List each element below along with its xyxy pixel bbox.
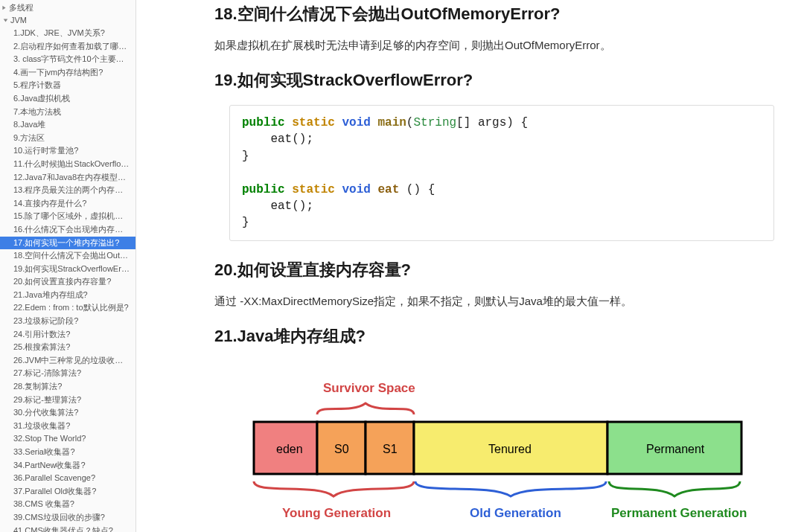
code-block: public static void main(String[] args) {…: [229, 105, 774, 241]
sidebar-item[interactable]: 39.CMS垃圾回收的步骤?: [0, 511, 135, 525]
sidebar-item[interactable]: 37.Parallel Old收集器?: [0, 485, 135, 499]
perm-brace: [609, 481, 740, 496]
survivor-label: Survivor Space: [323, 381, 415, 395]
sidebar-nav: 1.JDK、JRE、JVM关系?2.启动程序如何查看加载了哪些类，以…3. cl…: [0, 27, 135, 532]
sidebar-item[interactable]: 30.分代收集算法?: [0, 406, 135, 420]
sidebar: 多线程JVM 1.JDK、JRE、JVM关系?2.启动程序如何查看加载了哪些类，…: [0, 0, 136, 532]
sidebar-item[interactable]: 12.Java7和Java8在内存模型上有什么…: [0, 171, 135, 185]
sidebar-item[interactable]: 1.JDK、JRE、JVM关系?: [0, 27, 135, 40]
eden-label: eden: [276, 443, 303, 455]
heading-20: 20.如何设置直接内存容量?: [214, 259, 789, 281]
survivor-brace: [317, 403, 414, 414]
sidebar-item[interactable]: 22.Edem : from : to默认比例是?: [0, 301, 135, 315]
main-content: 18.空间什么情况下会抛出OutOfMemoryError? 如果虚拟机在扩展栈…: [136, 0, 804, 532]
sidebar-item[interactable]: 27.标记-清除算法?: [0, 367, 135, 380]
svg-marker-1: [4, 19, 8, 22]
sidebar-item[interactable]: 28.复制算法?: [0, 380, 135, 394]
heap-diagram: eden S0 S1 Tenured Permanent Survivor Sp…: [243, 370, 789, 532]
sidebar-item[interactable]: 11.什么时候抛出StackOverflowError?: [0, 158, 135, 171]
sidebar-item[interactable]: 4.画一下jvm内存结构图?: [0, 66, 135, 80]
sidebar-item[interactable]: 33.Serial收集器?: [0, 446, 135, 459]
old-brace: [415, 481, 606, 496]
heading-18: 18.空间什么情况下会抛出OutOfMemoryError?: [214, 3, 789, 25]
sidebar-item[interactable]: 18.空间什么情况下会抛出OutOfMemor…: [0, 249, 135, 263]
sidebar-item[interactable]: 3. class字节码文件10个主要组成部分?: [0, 53, 135, 66]
sidebar-item[interactable]: 5.程序计数器: [0, 79, 135, 92]
sidebar-item[interactable]: 15.除了哪个区域外，虚拟机内存其他…: [0, 210, 135, 223]
sidebar-item[interactable]: 19.如何实现StrackOverflowError?: [0, 263, 135, 276]
paragraph-18: 如果虚拟机在扩展栈时无法申请到足够的内存空间，则抛出OutOfMemoryErr…: [214, 39, 789, 53]
permanent-label: Permanent: [646, 443, 705, 455]
sidebar-item[interactable]: 41.CMS收集器优点？缺点?: [0, 525, 135, 532]
young-brace: [254, 481, 414, 496]
sidebar-item[interactable]: 17.如何实现一个堆内存溢出?: [0, 237, 135, 250]
chevron-down-icon: [3, 18, 10, 23]
sidebar-item[interactable]: 2.启动程序如何查看加载了哪些类，以…: [0, 40, 135, 54]
sidebar-item[interactable]: 36.Parallel Scavenge?: [0, 472, 135, 485]
heading-21: 21.Java堆内存组成?: [214, 325, 789, 347]
sidebar-item[interactable]: 38.CMS 收集器?: [0, 498, 135, 511]
s1-label: S1: [383, 443, 398, 455]
sidebar-item[interactable]: 20.如何设置直接内存容量?: [0, 275, 135, 289]
sidebar-item[interactable]: 25.根搜索算法?: [0, 341, 135, 354]
sidebar-item[interactable]: 16.什么情况下会出现堆内存溢出?: [0, 223, 135, 237]
heap-svg: eden S0 S1 Tenured Permanent Survivor Sp…: [243, 370, 749, 532]
sidebar-item[interactable]: 8.Java堆: [0, 118, 135, 132]
sidebar-item[interactable]: 13.程序员最关注的两个内存区域?: [0, 184, 135, 197]
sidebar-item[interactable]: 34.PartNew收集器?: [0, 459, 135, 472]
sidebar-item[interactable]: 7.本地方法栈: [0, 106, 135, 119]
tree-node[interactable]: 多线程: [1, 1, 134, 14]
sidebar-item[interactable]: 24.引用计数法?: [0, 328, 135, 342]
perm-label: Permanent Generation: [611, 506, 747, 520]
sidebar-item[interactable]: 14.直接内存是什么?: [0, 197, 135, 211]
chevron-right-icon: [1, 5, 9, 10]
sidebar-item[interactable]: 6.Java虚拟机栈: [0, 92, 135, 106]
sidebar-item[interactable]: 32.Stop The World?: [0, 432, 135, 446]
young-label: Young Generation: [282, 506, 391, 520]
tree-node-label: JVM: [10, 14, 27, 27]
sidebar-item[interactable]: 26.JVM中三种常见的垃圾收集算法?: [0, 354, 135, 368]
sidebar-item[interactable]: 10.运行时常量池?: [0, 144, 135, 158]
tree-node[interactable]: JVM: [1, 14, 134, 27]
tenured-label: Tenured: [488, 443, 532, 455]
s0-label: S0: [334, 443, 349, 455]
paragraph-20: 通过 -XX:MaxDirectMemorySize指定，如果不指定，则默认与J…: [214, 295, 789, 309]
sidebar-item[interactable]: 9.方法区: [0, 132, 135, 145]
heading-19: 19.如何实现StrackOverflowError?: [214, 69, 789, 92]
svg-marker-0: [2, 6, 5, 10]
tree-node-label: 多线程: [9, 1, 34, 14]
sidebar-item[interactable]: 29.标记-整理算法?: [0, 394, 135, 407]
sidebar-item[interactable]: 21.Java堆内存组成?: [0, 289, 135, 302]
old-label: Old Generation: [470, 506, 561, 520]
sidebar-item[interactable]: 31.垃圾收集器?: [0, 420, 135, 433]
sidebar-item[interactable]: 23.垃圾标记阶段?: [0, 315, 135, 328]
